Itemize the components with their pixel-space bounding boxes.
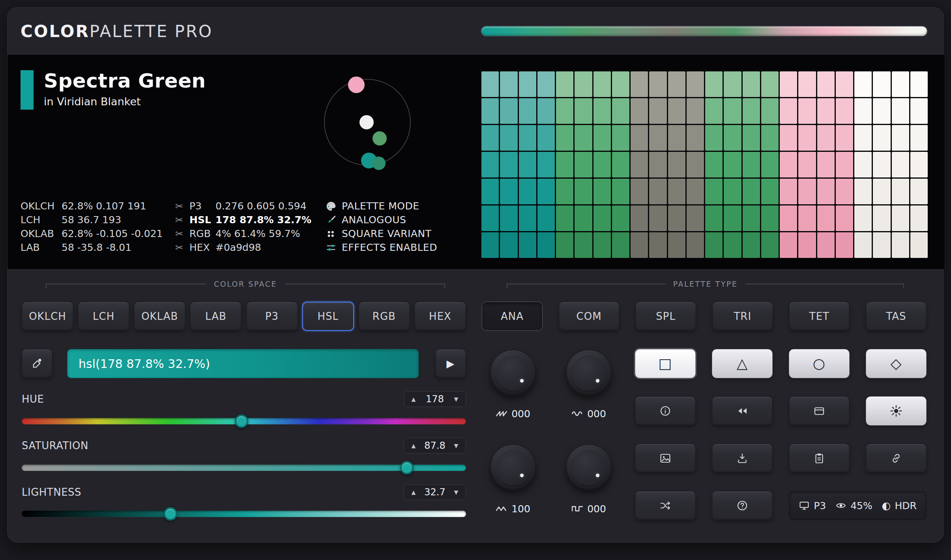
swatch-cell-pink-r3c2[interactable] <box>817 152 835 177</box>
hue-slider-track[interactable] <box>22 418 466 424</box>
swatch-cell-teal-r6c1[interactable] <box>500 232 517 258</box>
swatch-cell-green-r1c2[interactable] <box>593 98 611 124</box>
knob-3[interactable] <box>490 444 536 490</box>
swatch-cell-green-r2c0[interactable] <box>556 125 573 151</box>
swatch-cell-green-r2c1[interactable] <box>575 125 592 151</box>
saturation-slider-track[interactable] <box>22 465 466 471</box>
swatch-cell-green-r6c2[interactable] <box>593 232 611 258</box>
swatch-cell-white-r6c3[interactable] <box>910 232 928 258</box>
swatch-cell-green-2-r2c1[interactable] <box>724 125 741 151</box>
card-button[interactable] <box>789 396 850 426</box>
swatch-cell-teal-r0c3[interactable] <box>537 71 555 97</box>
swatch-cell-green-2-r2c0[interactable] <box>705 125 723 151</box>
swatch-cell-white-r6c2[interactable] <box>892 232 909 258</box>
copy-scissors-icon[interactable]: ✂ <box>175 228 189 239</box>
swatch-cell-pink-r2c3[interactable] <box>836 125 853 151</box>
swatch-cell-gray-r5c2[interactable] <box>668 205 685 231</box>
swatch-cell-green-2-r6c2[interactable] <box>743 232 760 258</box>
swatch-cell-white-r6c0[interactable] <box>854 232 872 258</box>
wheel-dot-green[interactable] <box>373 131 387 146</box>
swatch-cell-white-r0c2[interactable] <box>892 71 909 97</box>
swatch-cell-gray-r3c0[interactable] <box>631 152 648 177</box>
swatch-cell-green-r5c3[interactable] <box>612 205 629 231</box>
swatch-cell-pink-r0c3[interactable] <box>836 71 853 97</box>
shape-square-button[interactable]: □ <box>635 349 696 378</box>
swatch-cell-gray-r6c3[interactable] <box>687 232 704 258</box>
swatch-cell-pink-r6c2[interactable] <box>817 232 835 258</box>
swatch-cell-white-r1c1[interactable] <box>873 98 890 124</box>
swatch-cell-gray-r1c1[interactable] <box>649 98 666 124</box>
knob-2[interactable] <box>566 350 612 396</box>
spin-up-icon[interactable]: ▲ <box>409 489 418 495</box>
spin-down-icon[interactable]: ▼ <box>451 489 461 495</box>
color-space-p3[interactable]: P3 <box>246 302 298 331</box>
palette-type-tet[interactable]: TET <box>789 302 850 331</box>
swatch-cell-green-2-r2c2[interactable] <box>743 125 760 151</box>
swatch-cell-green-r0c0[interactable] <box>556 71 573 97</box>
swatch-cell-green-2-r3c3[interactable] <box>761 152 779 177</box>
wheel-dot-pink[interactable] <box>348 77 365 93</box>
swatch-cell-teal-r2c3[interactable] <box>537 125 555 151</box>
swatch-cell-gray-r5c1[interactable] <box>649 205 666 231</box>
swatch-cell-green-r0c3[interactable] <box>612 71 629 97</box>
copy-scissors-icon[interactable]: ✂ <box>175 215 189 226</box>
swatch-cell-teal-r1c0[interactable] <box>481 98 499 124</box>
hue-slider-thumb[interactable] <box>235 414 248 428</box>
brightness-button[interactable] <box>866 396 927 426</box>
swatch-cell-green-2-r3c0[interactable] <box>705 152 723 177</box>
swatch-cell-teal-r6c3[interactable] <box>537 232 555 258</box>
swatch-cell-pink-r3c0[interactable] <box>780 152 797 177</box>
swatch-cell-gray-r2c3[interactable] <box>687 125 704 151</box>
rewind-button[interactable] <box>712 396 773 426</box>
swatch-cell-teal-r4c0[interactable] <box>481 179 499 204</box>
swatch-cell-gray-r6c2[interactable] <box>668 232 685 258</box>
swatch-cell-pink-r3c1[interactable] <box>798 152 816 177</box>
swatch-cell-pink-r4c3[interactable] <box>836 179 853 204</box>
swatch-cell-green-r2c3[interactable] <box>612 125 629 151</box>
swatch-cell-gray-r1c2[interactable] <box>668 98 685 124</box>
swatch-cell-gray-r4c3[interactable] <box>687 179 704 204</box>
image-button[interactable] <box>635 444 696 473</box>
copy-scissors-icon[interactable]: ✂ <box>175 201 189 212</box>
swatch-cell-green-2-r6c3[interactable] <box>761 232 779 258</box>
swatch-cell-green-r4c1[interactable] <box>575 179 592 204</box>
swatch-cell-teal-r2c2[interactable] <box>519 125 536 151</box>
swatch-cell-teal-r3c2[interactable] <box>519 152 536 177</box>
swatch-cell-teal-r2c0[interactable] <box>481 125 499 151</box>
swatch-cell-white-r3c3[interactable] <box>910 152 928 177</box>
swatch-cell-white-r3c0[interactable] <box>854 152 872 177</box>
swatch-cell-pink-r4c1[interactable] <box>798 179 816 204</box>
swatch-cell-white-r5c3[interactable] <box>910 205 928 231</box>
swatch-cell-green-r6c1[interactable] <box>575 232 592 258</box>
swatch-cell-green-2-r4c0[interactable] <box>705 179 723 204</box>
swatch-cell-green-r5c2[interactable] <box>593 205 611 231</box>
palette-type-ana[interactable]: ANA <box>482 302 543 331</box>
swatch-cell-white-r4c0[interactable] <box>854 179 872 204</box>
color-wheel[interactable] <box>324 79 411 166</box>
swatch-cell-green-r1c1[interactable] <box>575 98 592 124</box>
swatch-cell-green-r6c0[interactable] <box>556 232 573 258</box>
swatch-cell-green-2-r4c3[interactable] <box>761 179 779 204</box>
color-input[interactable] <box>67 349 419 378</box>
swatch-cell-pink-r2c0[interactable] <box>780 125 797 151</box>
swatch-cell-pink-r0c2[interactable] <box>817 71 835 97</box>
swatch-cell-gray-r0c2[interactable] <box>668 71 685 97</box>
link-button[interactable] <box>866 444 927 473</box>
color-space-lch[interactable]: LCH <box>78 302 129 331</box>
knob-1[interactable] <box>490 350 536 396</box>
swatch-cell-pink-r2c1[interactable] <box>798 125 816 151</box>
palette-type-spl[interactable]: SPL <box>635 302 696 331</box>
shuffle-button[interactable] <box>635 491 696 520</box>
swatch-cell-gray-r3c1[interactable] <box>649 152 666 177</box>
swatch-cell-gray-r0c0[interactable] <box>631 71 648 97</box>
color-space-rgb[interactable]: RGB <box>358 302 410 331</box>
swatch-cell-pink-r5c1[interactable] <box>798 205 816 231</box>
swatch-cell-teal-r4c2[interactable] <box>519 179 536 204</box>
help-button[interactable] <box>712 491 773 520</box>
lightness-slider-track[interactable] <box>22 511 466 517</box>
swatch-cell-pink-r0c0[interactable] <box>780 71 797 97</box>
swatch-cell-white-r2c0[interactable] <box>854 125 872 151</box>
swatch-cell-white-r4c2[interactable] <box>892 179 909 204</box>
color-space-hex[interactable]: HEX <box>414 302 466 331</box>
spin-down-icon[interactable]: ▼ <box>451 396 461 402</box>
